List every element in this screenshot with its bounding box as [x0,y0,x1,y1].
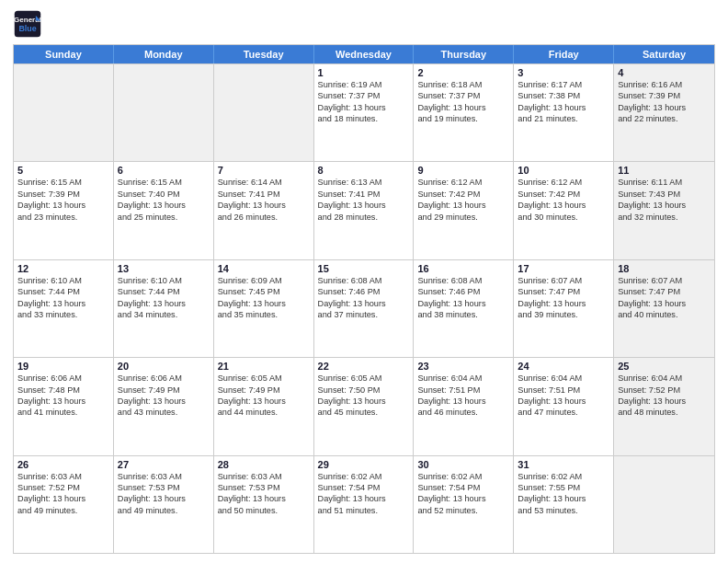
calendar-cell: 6Sunrise: 6:15 AM Sunset: 7:40 PM Daylig… [114,162,214,259]
day-number: 2 [417,67,509,78]
day-number: 28 [218,459,310,470]
day-info: Sunrise: 6:14 AM Sunset: 7:41 PM Dayligh… [218,177,310,223]
calendar-body: 1Sunrise: 6:19 AM Sunset: 7:37 PM Daylig… [14,63,714,553]
calendar-cell: 4Sunrise: 6:16 AM Sunset: 7:39 PM Daylig… [614,64,714,161]
day-info: Sunrise: 6:11 AM Sunset: 7:43 PM Dayligh… [618,177,711,223]
day-number: 13 [118,263,210,274]
calendar-cell: 29Sunrise: 6:02 AM Sunset: 7:54 PM Dayli… [314,456,415,553]
calendar-cell: 10Sunrise: 6:12 AM Sunset: 7:42 PM Dayli… [514,162,614,259]
day-info: Sunrise: 6:10 AM Sunset: 7:44 PM Dayligh… [17,275,109,321]
calendar-row: 5Sunrise: 6:15 AM Sunset: 7:39 PM Daylig… [14,161,714,259]
calendar-cell: 9Sunrise: 6:12 AM Sunset: 7:42 PM Daylig… [414,162,514,259]
calendar-cell: 7Sunrise: 6:14 AM Sunset: 7:41 PM Daylig… [214,162,314,259]
calendar-cell [114,64,214,161]
svg-text:Blue: Blue [18,24,36,33]
logo: General Blue [13,9,42,39]
day-info: Sunrise: 6:12 AM Sunset: 7:42 PM Dayligh… [518,177,609,223]
day-number: 25 [618,361,711,372]
day-info: Sunrise: 6:06 AM Sunset: 7:49 PM Dayligh… [118,373,210,419]
calendar-row: 1Sunrise: 6:19 AM Sunset: 7:37 PM Daylig… [14,63,714,161]
day-info: Sunrise: 6:12 AM Sunset: 7:42 PM Dayligh… [417,177,509,223]
calendar-header: SundayMondayTuesdayWednesdayThursdayFrid… [14,45,714,63]
day-number: 11 [618,165,711,176]
day-number: 29 [318,459,410,470]
day-info: Sunrise: 6:05 AM Sunset: 7:49 PM Dayligh… [218,373,310,419]
day-number: 18 [618,263,711,274]
calendar-cell: 31Sunrise: 6:02 AM Sunset: 7:55 PM Dayli… [514,456,614,553]
calendar-cell: 11Sunrise: 6:11 AM Sunset: 7:43 PM Dayli… [614,162,714,259]
day-info: Sunrise: 6:09 AM Sunset: 7:45 PM Dayligh… [218,275,310,321]
day-info: Sunrise: 6:17 AM Sunset: 7:38 PM Dayligh… [518,79,609,125]
day-info: Sunrise: 6:04 AM Sunset: 7:51 PM Dayligh… [417,373,509,419]
day-number: 4 [618,67,711,78]
day-info: Sunrise: 6:02 AM Sunset: 7:54 PM Dayligh… [417,471,509,517]
day-number: 21 [218,361,310,372]
calendar: SundayMondayTuesdayWednesdayThursdayFrid… [13,44,715,554]
calendar-cell: 14Sunrise: 6:09 AM Sunset: 7:45 PM Dayli… [214,260,314,357]
calendar-cell [214,64,314,161]
day-info: Sunrise: 6:13 AM Sunset: 7:41 PM Dayligh… [318,177,410,223]
calendar-cell: 22Sunrise: 6:05 AM Sunset: 7:50 PM Dayli… [314,358,415,454]
calendar-cell: 12Sunrise: 6:10 AM Sunset: 7:44 PM Dayli… [14,260,114,357]
day-info: Sunrise: 6:15 AM Sunset: 7:40 PM Dayligh… [118,177,210,223]
calendar-cell: 27Sunrise: 6:03 AM Sunset: 7:53 PM Dayli… [114,456,214,553]
calendar-cell: 19Sunrise: 6:06 AM Sunset: 7:48 PM Dayli… [14,358,114,454]
day-number: 3 [518,67,609,78]
day-number: 5 [17,165,109,176]
logo-icon: General Blue [13,9,42,39]
calendar-cell: 16Sunrise: 6:08 AM Sunset: 7:46 PM Dayli… [414,260,514,357]
day-number: 17 [518,263,609,274]
day-info: Sunrise: 6:19 AM Sunset: 7:37 PM Dayligh… [318,79,410,125]
calendar-cell: 5Sunrise: 6:15 AM Sunset: 7:39 PM Daylig… [14,162,114,259]
day-info: Sunrise: 6:03 AM Sunset: 7:53 PM Dayligh… [218,471,310,517]
calendar-cell: 13Sunrise: 6:10 AM Sunset: 7:44 PM Dayli… [114,260,214,357]
calendar-row: 12Sunrise: 6:10 AM Sunset: 7:44 PM Dayli… [14,259,714,357]
calendar-row: 19Sunrise: 6:06 AM Sunset: 7:48 PM Dayli… [14,357,714,454]
calendar-cell [14,64,114,161]
day-number: 8 [318,165,410,176]
day-number: 15 [318,263,410,274]
day-number: 22 [318,361,410,372]
day-info: Sunrise: 6:07 AM Sunset: 7:47 PM Dayligh… [618,275,711,321]
day-info: Sunrise: 6:08 AM Sunset: 7:46 PM Dayligh… [318,275,410,321]
weekday-header: Monday [114,45,214,63]
calendar-cell: 1Sunrise: 6:19 AM Sunset: 7:37 PM Daylig… [314,64,415,161]
day-number: 31 [518,459,609,470]
calendar-row: 26Sunrise: 6:03 AM Sunset: 7:52 PM Dayli… [14,455,714,553]
day-info: Sunrise: 6:10 AM Sunset: 7:44 PM Dayligh… [118,275,210,321]
calendar-cell: 8Sunrise: 6:13 AM Sunset: 7:41 PM Daylig… [314,162,415,259]
day-number: 12 [17,263,109,274]
calendar-cell: 24Sunrise: 6:04 AM Sunset: 7:51 PM Dayli… [514,358,614,454]
day-number: 26 [17,459,109,470]
calendar-cell: 21Sunrise: 6:05 AM Sunset: 7:49 PM Dayli… [214,358,314,454]
weekday-header: Tuesday [214,45,314,63]
calendar-cell: 26Sunrise: 6:03 AM Sunset: 7:52 PM Dayli… [14,456,114,553]
calendar-cell: 18Sunrise: 6:07 AM Sunset: 7:47 PM Dayli… [614,260,714,357]
header: General Blue [13,9,715,39]
day-number: 9 [417,165,509,176]
day-number: 7 [218,165,310,176]
day-info: Sunrise: 6:15 AM Sunset: 7:39 PM Dayligh… [17,177,109,223]
weekday-header: Wednesday [314,45,415,63]
day-number: 19 [17,361,109,372]
day-info: Sunrise: 6:03 AM Sunset: 7:53 PM Dayligh… [118,471,210,517]
calendar-cell: 15Sunrise: 6:08 AM Sunset: 7:46 PM Dayli… [314,260,415,357]
day-info: Sunrise: 6:16 AM Sunset: 7:39 PM Dayligh… [618,79,711,125]
day-info: Sunrise: 6:04 AM Sunset: 7:51 PM Dayligh… [518,373,609,419]
weekday-header: Sunday [14,45,114,63]
day-info: Sunrise: 6:06 AM Sunset: 7:48 PM Dayligh… [17,373,109,419]
day-info: Sunrise: 6:02 AM Sunset: 7:54 PM Dayligh… [318,471,410,517]
day-info: Sunrise: 6:08 AM Sunset: 7:46 PM Dayligh… [417,275,509,321]
day-number: 10 [518,165,609,176]
page: General Blue SundayMondayTuesdayWednesda… [0,0,728,563]
calendar-cell [614,456,714,553]
day-number: 1 [318,67,410,78]
calendar-cell: 17Sunrise: 6:07 AM Sunset: 7:47 PM Dayli… [514,260,614,357]
calendar-cell: 25Sunrise: 6:04 AM Sunset: 7:52 PM Dayli… [614,358,714,454]
day-number: 20 [118,361,210,372]
day-number: 23 [417,361,509,372]
day-info: Sunrise: 6:18 AM Sunset: 7:37 PM Dayligh… [417,79,509,125]
day-info: Sunrise: 6:07 AM Sunset: 7:47 PM Dayligh… [518,275,609,321]
day-info: Sunrise: 6:02 AM Sunset: 7:55 PM Dayligh… [518,471,609,517]
day-number: 24 [518,361,609,372]
